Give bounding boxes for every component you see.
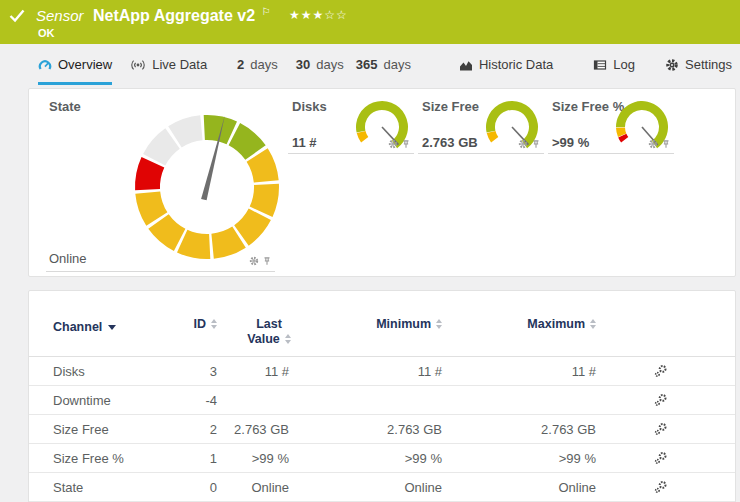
cell-maximum: >99 % bbox=[559, 451, 596, 466]
tab-overview[interactable]: Overview bbox=[38, 57, 112, 85]
column-header-last-value[interactable]: Last Value bbox=[237, 317, 301, 347]
cell-minimum: Online bbox=[404, 480, 442, 495]
tab-number: 30 bbox=[296, 57, 310, 72]
tab-label: days bbox=[316, 57, 343, 72]
cell-channel[interactable]: Downtime bbox=[53, 393, 111, 408]
gauge-settings-gear-icon[interactable] bbox=[249, 256, 259, 266]
tab-number: 365 bbox=[356, 57, 378, 72]
gauge-cell-icons bbox=[518, 139, 541, 149]
cell-id: 0 bbox=[210, 480, 217, 495]
table-row: Size Free %1>99 %>99 %>99 % bbox=[29, 444, 735, 473]
sensor-type-label: Sensor bbox=[36, 7, 84, 24]
gear-icon bbox=[665, 58, 679, 72]
state-gauge-value: Online bbox=[49, 251, 87, 266]
column-label: Last bbox=[256, 317, 282, 331]
state-gauge bbox=[127, 105, 287, 265]
table-row: Downtime-4 bbox=[29, 386, 735, 415]
area-chart-icon bbox=[459, 58, 473, 72]
log-icon bbox=[593, 58, 607, 72]
broadcast-icon bbox=[130, 58, 146, 72]
column-label: Value bbox=[247, 332, 280, 346]
cell-channel[interactable]: Size Free % bbox=[53, 451, 124, 466]
gauge-value: 11 # bbox=[292, 135, 317, 150]
cell-channel[interactable]: Size Free bbox=[53, 422, 109, 437]
tab-label: Historic Data bbox=[479, 57, 553, 72]
cell-channel[interactable]: Disks bbox=[53, 364, 85, 379]
table-row: Disks311 #11 #11 # bbox=[29, 357, 735, 386]
sort-icon bbox=[590, 319, 596, 329]
cell-channel[interactable]: State bbox=[53, 480, 83, 495]
tab-label: Overview bbox=[58, 57, 112, 72]
cell-last-value: 11 # bbox=[265, 364, 289, 379]
tab-label: days bbox=[250, 57, 277, 72]
tab-label: days bbox=[383, 57, 410, 72]
gauge-label: Size Free bbox=[422, 99, 479, 114]
mini-gauge-cell-disks: Disks11 # bbox=[284, 89, 414, 278]
table-header: Channel ID Last Value Minimum Maximum bbox=[29, 291, 735, 357]
gauge-cell-icons bbox=[388, 139, 411, 149]
cell-maximum: 11 # bbox=[572, 364, 596, 379]
cell-last-value: 2.763 GB bbox=[234, 422, 289, 437]
priority-flag-icon[interactable]: ⚐ bbox=[262, 6, 271, 17]
priority-stars[interactable]: ★★★☆☆ bbox=[289, 8, 348, 22]
cell-id: -4 bbox=[205, 393, 217, 408]
column-header-channel[interactable]: Channel bbox=[53, 320, 116, 334]
tab-2-days[interactable]: 2days bbox=[237, 57, 278, 82]
tab-bar: OverviewLive Data2days30days365daysHisto… bbox=[0, 44, 740, 88]
gauge-cell-icons bbox=[249, 256, 272, 266]
gauge-label-state: State bbox=[49, 99, 81, 114]
cell-id: 2 bbox=[210, 422, 217, 437]
gauge-settings-gear-icon[interactable] bbox=[388, 139, 398, 149]
sort-icon bbox=[211, 319, 217, 329]
sort-icon bbox=[285, 334, 291, 344]
channel-settings-icon[interactable] bbox=[654, 451, 668, 465]
gauge-icon bbox=[38, 58, 52, 72]
tab-30-days[interactable]: 30days bbox=[296, 57, 344, 82]
gauge-settings-gear-icon[interactable] bbox=[648, 139, 658, 149]
gauge-settings-gear-icon[interactable] bbox=[518, 139, 528, 149]
table-row: State0OnlineOnlineOnline bbox=[29, 473, 735, 502]
cell-last-value: Online bbox=[251, 480, 289, 495]
cell-last-value: >99 % bbox=[252, 451, 289, 466]
page-title: NetApp Aggregate v2 bbox=[93, 7, 255, 24]
overview-panel: State Online Disks11 #Size Free2.763 GBS… bbox=[28, 88, 736, 277]
cell-minimum: >99 % bbox=[405, 451, 442, 466]
tab-365-days[interactable]: 365days bbox=[356, 57, 411, 82]
cell-id: 3 bbox=[210, 364, 217, 379]
gauge-value: >99 % bbox=[552, 135, 589, 150]
divider bbox=[548, 153, 674, 154]
sensor-header: Sensor NetApp Aggregate v2 ⚐ ★★★☆☆ OK bbox=[0, 0, 740, 44]
state-gauge-cell: State Online bbox=[29, 89, 284, 278]
tab-settings[interactable]: Settings bbox=[665, 57, 732, 82]
column-label: ID bbox=[194, 317, 207, 331]
gauge-pin-icon[interactable] bbox=[262, 256, 272, 266]
gauge-pin-icon[interactable] bbox=[531, 139, 541, 149]
tab-historic-data[interactable]: Historic Data bbox=[459, 57, 553, 82]
tab-label: Live Data bbox=[152, 57, 207, 72]
column-header-id[interactable]: ID bbox=[194, 317, 218, 331]
column-header-minimum[interactable]: Minimum bbox=[376, 317, 442, 331]
channel-settings-icon[interactable] bbox=[654, 364, 668, 378]
gauge-value: 2.763 GB bbox=[422, 135, 478, 150]
table-row: Size Free22.763 GB2.763 GB2.763 GB bbox=[29, 415, 735, 444]
cell-maximum: Online bbox=[558, 480, 596, 495]
gauge-cell-icons bbox=[648, 139, 671, 149]
tab-log[interactable]: Log bbox=[593, 57, 635, 82]
channels-panel: Channel ID Last Value Minimum Maximum Di… bbox=[28, 290, 736, 502]
divider bbox=[46, 271, 275, 272]
channel-settings-icon[interactable] bbox=[654, 393, 668, 407]
cell-id: 1 bbox=[210, 451, 217, 466]
channel-settings-icon[interactable] bbox=[654, 422, 668, 436]
divider bbox=[418, 153, 544, 154]
gauge-pin-icon[interactable] bbox=[661, 139, 671, 149]
gauge-pin-icon[interactable] bbox=[401, 139, 411, 149]
channel-settings-icon[interactable] bbox=[654, 480, 668, 494]
status-badge: OK bbox=[38, 27, 55, 39]
cell-minimum: 11 # bbox=[418, 364, 442, 379]
tab-live-data[interactable]: Live Data bbox=[130, 57, 207, 82]
mini-gauge-cell-size-free: Size Free %>99 % bbox=[544, 89, 674, 278]
tab-label: Log bbox=[613, 57, 635, 72]
column-header-maximum[interactable]: Maximum bbox=[527, 317, 596, 331]
column-label: Maximum bbox=[527, 317, 585, 331]
sort-icon bbox=[436, 319, 442, 329]
